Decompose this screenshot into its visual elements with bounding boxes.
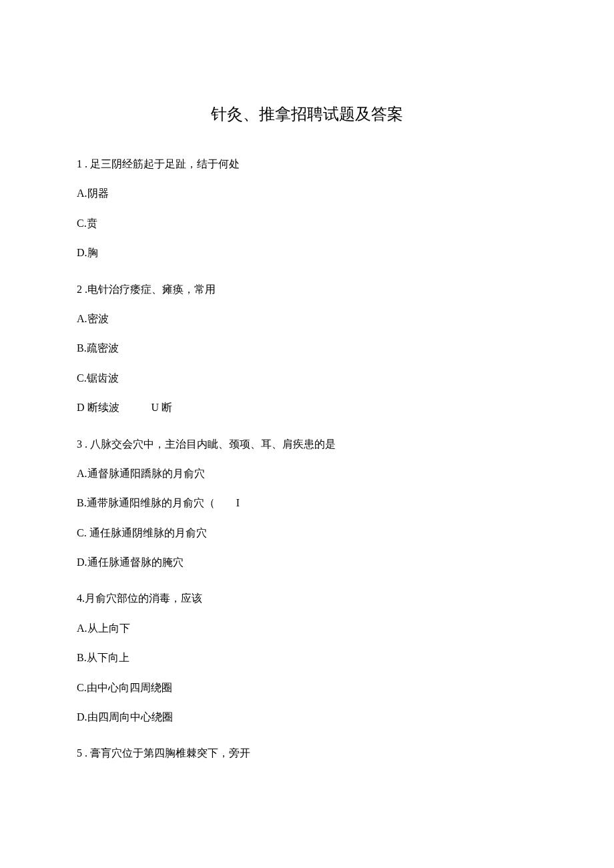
q3-b-right: I <box>236 497 240 508</box>
q3-b-left: B.通带脉通阳维脉的月俞穴（ <box>77 497 215 508</box>
q1-stem: 1 . 足三阴经筋起于足趾，结于何处 <box>77 157 537 171</box>
q1-option-d: D.胸 <box>77 246 537 260</box>
q1-option-c: C.贲 <box>77 216 537 231</box>
question-3: 3 . 八脉交会穴中，主治目内眦、颈项、耳、肩疾患的是 A.通督脉通阳蹻脉的月俞… <box>77 437 537 570</box>
q3-option-a: A.通督脉通阳蹻脉的月俞穴 <box>77 466 537 481</box>
q2-option-c: C.锯齿波 <box>77 371 537 386</box>
question-5: 5 . 膏肓穴位于第四胸椎棘突下，旁开 <box>77 746 537 761</box>
q3-option-c: C. 通任脉通阴维脉的月俞穴 <box>77 526 537 540</box>
q3-option-b: B.通带脉通阳维脉的月俞穴（I <box>77 496 537 510</box>
q1-option-a: A.阴器 <box>77 186 537 201</box>
q4-option-b: B.从下向上 <box>77 650 537 665</box>
question-4: 4.月俞穴部位的消毒，应该 A.从上向下 B.从下向上 C.由中心向四周绕圈 D… <box>77 591 537 725</box>
q2-d-left: D 断续波 <box>77 402 119 413</box>
q4-stem: 4.月俞穴部位的消毒，应该 <box>77 591 537 606</box>
q2-stem: 2 .电针治疗痿症、瘫痪，常用 <box>77 282 537 297</box>
q2-d-right: U 断 <box>151 402 173 413</box>
q2-option-a: A.密波 <box>77 312 537 326</box>
q2-option-b: B.疏密波 <box>77 341 537 356</box>
question-2: 2 .电针治疗痿症、瘫痪，常用 A.密波 B.疏密波 C.锯齿波 D 断续波U … <box>77 282 537 416</box>
q4-option-d: D.由四周向中心绕圈 <box>77 710 537 725</box>
q4-option-c: C.由中心向四周绕圈 <box>77 681 537 695</box>
question-1: 1 . 足三阴经筋起于足趾，结于何处 A.阴器 C.贲 D.胸 <box>77 157 537 261</box>
q5-stem: 5 . 膏肓穴位于第四胸椎棘突下，旁开 <box>77 746 537 761</box>
q3-option-d: D.通任脉通督脉的腌穴 <box>77 555 537 570</box>
q3-stem: 3 . 八脉交会穴中，主治目内眦、颈项、耳、肩疾患的是 <box>77 437 537 452</box>
document-title: 针灸、推拿招聘试题及答案 <box>77 103 537 125</box>
q4-option-a: A.从上向下 <box>77 621 537 636</box>
q2-option-d: D 断续波U 断 <box>77 400 537 415</box>
